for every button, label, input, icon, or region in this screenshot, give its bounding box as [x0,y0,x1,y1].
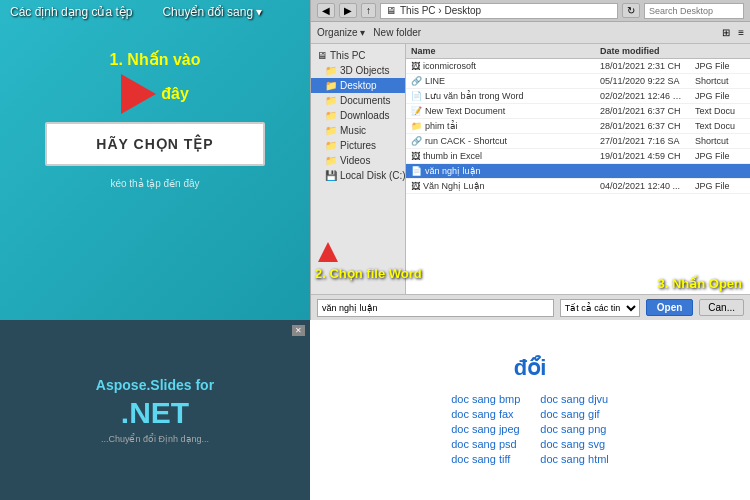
txt-icon: 📝 [411,106,422,116]
col-type-header [690,44,750,58]
link-doc-gif[interactable]: doc sang gif [540,408,608,420]
link-doc-bmp[interactable]: doc sang bmp [451,393,520,405]
doc-icon: 📄 [411,91,422,101]
link-doc-html[interactable]: doc sang html [540,453,608,465]
folder-icon: 📁 [325,110,337,121]
step1-label: 1. Nhấn vào [110,50,201,69]
link-doc-fax[interactable]: doc sang fax [451,408,520,420]
folder-icon: 🖥 [386,5,396,16]
folder-icon: 📁 [325,125,337,136]
bottom-section: ✕ Aspose.Slides for .NET ...Chuyển đổi Đ… [0,320,750,500]
aspose-title: Aspose.Slides for [96,376,214,396]
shortcut-icon: 🔗 [411,136,422,146]
link-col-1: doc sang bmp doc sang fax doc sang jpeg … [451,393,520,465]
day-label: đây [161,85,189,103]
step2-label: 2. Chọn file Word [315,266,422,281]
word-icon: 📄 [411,166,422,176]
file-icon: 🖼 [411,181,420,191]
tree-item-downloads[interactable]: 📁 Downloads [311,108,405,123]
link-doc-png[interactable]: doc sang png [540,423,608,435]
tree-item-pictures[interactable]: 📁 Pictures [311,138,405,153]
bottom-right-links: đổi doc sang bmp doc sang fax doc sang j… [310,320,750,500]
bottom-left-promo: ✕ Aspose.Slides for .NET ...Chuyển đổi Đ… [0,320,310,500]
file-list-header: Name Date modified [406,44,750,59]
file-row-selected[interactable]: 📄văn nghị luận [406,164,750,179]
up-button[interactable]: ↑ [361,3,376,18]
folder-icon: 📁 [325,140,337,151]
step3-label-container: 3. Nhấn Open [657,274,742,292]
computer-icon: 🖥 [317,50,327,61]
tree-item-music[interactable]: 📁 Music [311,123,405,138]
link-doc-psd[interactable]: doc sang psd [451,438,520,450]
arrow-area: đây [121,74,189,114]
tree-item-desktop[interactable]: 📁 Desktop [311,78,405,93]
explorer-footer: Tất cả các tin Open Can... [311,294,750,320]
explorer-toolbar: Organize ▾ New folder ⊞ ≡ [311,22,750,44]
drag-hint: kéo thả tập đến đây [110,178,199,189]
open-button[interactable]: Open [646,299,694,316]
new-folder-button[interactable]: New folder [373,27,421,38]
close-ad-button[interactable]: ✕ [292,325,305,336]
aspose-net-label: .NET [121,396,189,430]
left-panel: 1. Nhấn vào đây HÃY CHỌN TỆP kéo thả tập… [0,0,310,320]
link-col-2: doc sang djvu doc sang gif doc sang png … [540,393,608,465]
link-doc-jpeg[interactable]: doc sang jpeg [451,423,520,435]
file-row[interactable]: 📄Lưu văn bản trong Word 02/02/2021 12:46… [406,89,750,104]
step2-label-container: 2. Chọn file Word [315,264,422,282]
folder-icon: 📁 [325,155,337,166]
top-section: 1. Nhấn vào đây HÃY CHỌN TỆP kéo thả tập… [0,0,750,320]
file-row[interactable]: 🔗run CACK - Shortcut 27/01/2021 7:16 SA … [406,134,750,149]
file-row[interactable]: 🖼iconmicrosoft 18/01/2021 2:31 CH JPG Fi… [406,59,750,74]
step3-label: 3. Nhấn Open [657,276,742,291]
choose-file-button[interactable]: HÃY CHỌN TỆP [45,122,265,166]
search-input[interactable] [644,3,744,19]
forward-button[interactable]: ▶ [339,3,357,18]
main-container: Các định dạng của tệp Chuyển đổi sang ▾ … [0,0,750,500]
details-icon[interactable]: ≡ [738,27,744,38]
file-list: Name Date modified 🖼iconmicrosoft 18/01/… [406,44,750,294]
file-formats-label: Các định dạng của tệp [10,5,132,19]
file-row[interactable]: 📝New Text Document 28/01/2021 6:37 CH Te… [406,104,750,119]
back-button[interactable]: ◀ [317,3,335,18]
filename-input[interactable] [317,299,554,317]
col-name-header: Name [406,44,595,58]
link-doc-djvu[interactable]: doc sang djvu [540,393,608,405]
doi-heading: đổi [330,355,730,381]
tree-item-localdisk[interactable]: 💾 Local Disk (C:) [311,168,405,183]
col-date-header: Date modified [595,44,690,58]
file-icon: 🖼 [411,61,420,71]
file-row[interactable]: 🖼Văn Nghị Luận 04/02/2021 12:40 ... JPG … [406,179,750,194]
convert-to-label[interactable]: Chuyển đổi sang ▾ [162,5,262,19]
tree-item-thispc[interactable]: 🖥 This PC [311,48,405,63]
aspose-subtitle: ...Chuyển đổi Định dạng... [101,434,209,444]
cancel-button[interactable]: Can... [699,299,744,316]
shortcut-icon: 🔗 [411,76,422,86]
filetype-select[interactable]: Tất cả các tin [560,299,640,317]
organize-button[interactable]: Organize ▾ [317,27,365,38]
step1-arrow [121,74,156,114]
explorer-titlebar: ◀ ▶ ↑ 🖥 This PC › Desktop ↻ [311,0,750,22]
folder-icon: 📁 [411,121,422,131]
folder-icon: 📁 [325,65,337,76]
folder-icon: 📁 [325,80,337,91]
tree-item-documents[interactable]: 📁 Documents [311,93,405,108]
drive-icon: 💾 [325,170,337,181]
folder-icon: 📁 [325,95,337,106]
view-icon[interactable]: ⊞ [722,27,730,38]
conversion-links: doc sang bmp doc sang fax doc sang jpeg … [330,393,730,465]
file-row[interactable]: 🖼thumb in Excel 19/01/2021 4:59 CH JPG F… [406,149,750,164]
refresh-button[interactable]: ↻ [622,3,640,18]
breadcrumb: 🖥 This PC › Desktop [380,3,618,19]
step2-area [318,242,343,262]
file-row[interactable]: 📁phim tải 28/01/2021 6:37 CH Text Docu [406,119,750,134]
step2-arrow [318,242,338,262]
tree-item-3dobjects[interactable]: 📁 3D Objects [311,63,405,78]
file-icon: 🖼 [411,151,420,161]
explorer-body: 🖥 This PC 📁 3D Objects 📁 Desktop 📁 Docum… [311,44,750,294]
link-doc-tiff[interactable]: doc sang tiff [451,453,520,465]
tree-item-videos[interactable]: 📁 Videos [311,153,405,168]
link-doc-svg[interactable]: doc sang svg [540,438,608,450]
file-row[interactable]: 🔗LINE 05/11/2020 9:22 SA Shortcut [406,74,750,89]
